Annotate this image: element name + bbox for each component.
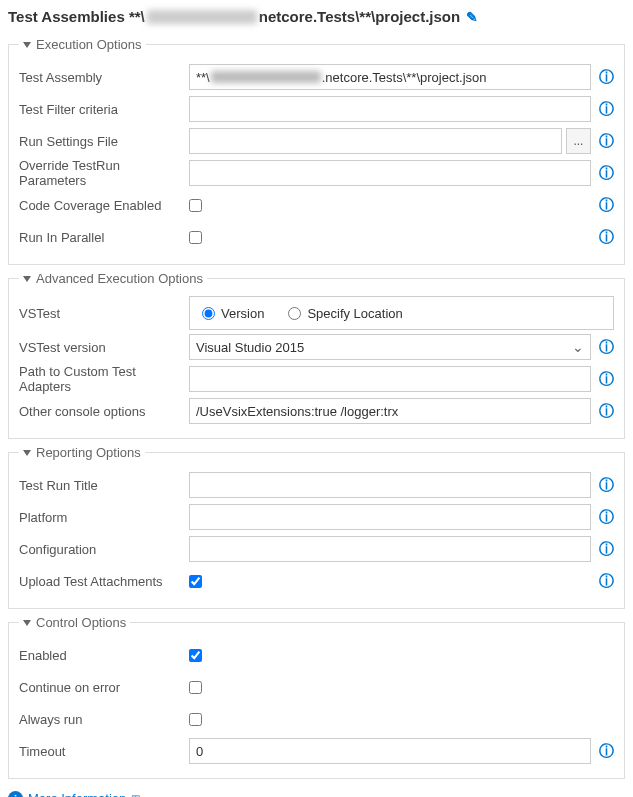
info-icon[interactable]	[599, 68, 614, 87]
info-icon[interactable]	[599, 540, 614, 559]
section-header-control[interactable]: Control Options	[19, 615, 130, 630]
label-code-coverage: Code Coverage Enabled	[19, 198, 189, 213]
radio-version-label: Version	[221, 306, 264, 321]
info-icon[interactable]	[599, 100, 614, 119]
override-params-input[interactable]	[189, 160, 591, 186]
section-title: Reporting Options	[36, 445, 141, 460]
info-icon[interactable]	[599, 132, 614, 151]
label-other-console: Other console options	[19, 404, 189, 419]
section-header-execution[interactable]: Execution Options	[19, 37, 146, 52]
info-icon[interactable]	[599, 338, 614, 357]
info-icon[interactable]	[599, 508, 614, 527]
title-prefix: Test Assemblies **\	[8, 8, 145, 25]
title-suffix: netcore.Tests\**\project.json	[259, 8, 460, 25]
info-icon[interactable]	[599, 164, 614, 183]
radio-version[interactable]: Version	[202, 306, 264, 321]
more-info-label: More Information	[28, 791, 126, 797]
label-test-assembly: Test Assembly	[19, 70, 189, 85]
test-assembly-input[interactable]: **\ .netcore.Tests\**\project.json	[189, 64, 591, 90]
section-title: Execution Options	[36, 37, 142, 52]
label-vstest-version: VSTest version	[19, 340, 189, 355]
label-test-filter: Test Filter criteria	[19, 102, 189, 117]
label-test-run-title: Test Run Title	[19, 478, 189, 493]
title-redacted	[147, 10, 257, 24]
label-platform: Platform	[19, 510, 189, 525]
vstest-version-value: Visual Studio 2015	[196, 340, 304, 355]
label-run-settings: Run Settings File	[19, 134, 189, 149]
info-icon[interactable]	[599, 370, 614, 389]
label-timeout: Timeout	[19, 744, 189, 759]
continue-error-checkbox[interactable]	[189, 681, 202, 694]
path-adapters-input[interactable]	[189, 366, 591, 392]
label-run-parallel: Run In Parallel	[19, 230, 189, 245]
test-filter-input[interactable]	[189, 96, 591, 122]
page-title: Test Assemblies **\ netcore.Tests\**\pro…	[8, 8, 625, 25]
section-header-reporting[interactable]: Reporting Options	[19, 445, 145, 460]
section-header-advanced[interactable]: Advanced Execution Options	[19, 271, 207, 286]
test-assembly-value-prefix: **\	[196, 70, 210, 85]
chevron-down-icon: ⌄	[572, 339, 584, 355]
browse-button[interactable]: ...	[566, 128, 591, 154]
code-coverage-checkbox[interactable]	[189, 199, 202, 212]
platform-input[interactable]	[189, 504, 591, 530]
vstest-radio-group: Version Specify Location	[189, 296, 614, 330]
section-advanced-execution: Advanced Execution Options VSTest Versio…	[8, 271, 625, 439]
run-settings-input[interactable]	[189, 128, 562, 154]
info-icon[interactable]	[599, 402, 614, 421]
vstest-version-select[interactable]: Visual Studio 2015 ⌄	[189, 334, 591, 360]
label-configuration: Configuration	[19, 542, 189, 557]
pencil-icon[interactable]: ✎	[466, 9, 478, 25]
info-solid-icon: i	[8, 791, 23, 797]
label-vstest: VSTest	[19, 306, 189, 321]
timeout-input[interactable]	[189, 738, 591, 764]
label-always-run: Always run	[19, 712, 189, 727]
configuration-input[interactable]	[189, 536, 591, 562]
radio-specify[interactable]: Specify Location	[288, 306, 402, 321]
chevron-down-icon	[23, 42, 31, 48]
other-console-input[interactable]	[189, 398, 591, 424]
always-run-checkbox[interactable]	[189, 713, 202, 726]
label-path-adapters: Path to Custom Test Adapters	[19, 364, 189, 394]
radio-specify-label: Specify Location	[307, 306, 402, 321]
test-assembly-redacted	[211, 71, 321, 83]
test-run-title-input[interactable]	[189, 472, 591, 498]
info-icon[interactable]	[599, 228, 614, 247]
test-assembly-value-suffix: .netcore.Tests\**\project.json	[322, 70, 487, 85]
info-icon[interactable]	[599, 476, 614, 495]
section-title: Control Options	[36, 615, 126, 630]
section-control: Control Options Enabled Continue on erro…	[8, 615, 625, 779]
info-icon[interactable]	[599, 196, 614, 215]
label-enabled: Enabled	[19, 648, 189, 663]
external-link-icon: ◳	[131, 793, 140, 797]
more-information-link[interactable]: i More Information ◳	[8, 791, 625, 797]
chevron-down-icon	[23, 450, 31, 456]
section-reporting: Reporting Options Test Run Title Platfor…	[8, 445, 625, 609]
chevron-down-icon	[23, 620, 31, 626]
info-icon[interactable]	[599, 742, 614, 761]
section-title: Advanced Execution Options	[36, 271, 203, 286]
run-parallel-checkbox[interactable]	[189, 231, 202, 244]
upload-attach-checkbox[interactable]	[189, 575, 202, 588]
info-icon[interactable]	[599, 572, 614, 591]
radio-specify-input[interactable]	[288, 307, 301, 320]
label-override-params: Override TestRun Parameters	[19, 158, 189, 188]
radio-version-input[interactable]	[202, 307, 215, 320]
chevron-down-icon	[23, 276, 31, 282]
label-upload-attach: Upload Test Attachments	[19, 574, 189, 589]
label-continue-err: Continue on error	[19, 680, 189, 695]
enabled-checkbox[interactable]	[189, 649, 202, 662]
section-execution-options: Execution Options Test Assembly **\ .net…	[8, 37, 625, 265]
